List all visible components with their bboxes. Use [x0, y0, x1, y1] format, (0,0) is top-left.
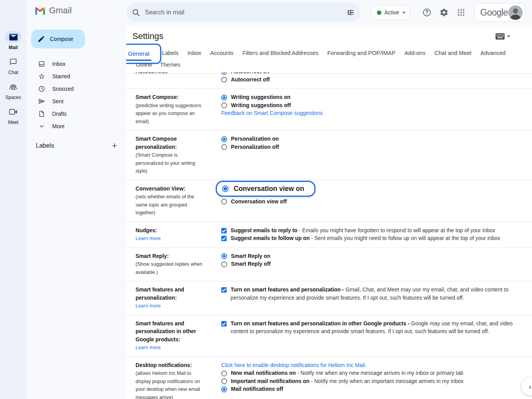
help-icon[interactable]	[421, 7, 432, 18]
sidebar-item-starred[interactable]: Starred	[26, 70, 126, 83]
labels-title: Labels	[36, 142, 54, 149]
radio-icon[interactable]	[221, 378, 227, 384]
smart-features-checkbox-option[interactable]: Turn on smart features and personalizati…	[221, 286, 525, 302]
checkbox-checked-icon[interactable]	[221, 287, 227, 293]
important-mail-notifications-option[interactable]: Important mail notifications on - Notify…	[221, 378, 525, 386]
setting-row-smart-compose-personalization: Smart Compose personalization: (Smart Co…	[126, 131, 532, 180]
search-icon[interactable]	[132, 8, 140, 17]
general-tab-annotation[interactable]: General	[126, 44, 161, 64]
personalization-on-option[interactable]: Personalization on	[221, 135, 525, 143]
sidebar-item-snoozed[interactable]: Snoozed	[26, 83, 126, 95]
google-account-chip[interactable]: Google	[474, 3, 525, 22]
chevron-left-icon: ‹	[529, 382, 532, 391]
nudges-learn-more-link[interactable]: Learn more	[136, 235, 203, 243]
tab-themes[interactable]: Themes	[160, 61, 181, 69]
radio-selected-icon[interactable]	[221, 253, 227, 259]
gmail-logo: Gmail	[34, 5, 72, 16]
search-input[interactable]	[145, 9, 346, 16]
radio-icon[interactable]	[221, 261, 227, 267]
smart-features-other-checkbox-option[interactable]: Turn on smart features and personalizati…	[221, 320, 525, 336]
rail-item-meet[interactable]: Meet	[0, 106, 26, 125]
rail-item-spaces[interactable]: Spaces	[0, 81, 26, 100]
search-options-icon[interactable]	[346, 8, 355, 17]
search-bar[interactable]	[126, 3, 360, 22]
new-mail-notifications-option[interactable]: New mail notifications on - Notify me wh…	[221, 369, 525, 378]
send-icon	[38, 98, 45, 105]
smart-compose-feedback-link[interactable]: Feedback on Smart Compose suggestions	[221, 109, 525, 118]
setting-row-autocorrect: Autocorrect: Autocorrect on Autocorrect …	[126, 72, 532, 89]
smart-reply-off-option[interactable]: Smart Reply off	[221, 260, 525, 268]
settings-scroll-area[interactable]: Autocorrect: Autocorrect on Autocorrect …	[126, 72, 532, 399]
writing-suggestions-on-option[interactable]: Writing suggestions on	[221, 94, 525, 102]
radio-icon[interactable]	[221, 102, 227, 108]
sidebar: Compose Inbox Starred Snoozed Sent Draft…	[26, 25, 126, 399]
left-rail: Mail Chat Spaces Meet	[0, 0, 26, 399]
checkbox-checked-icon[interactable]	[221, 228, 227, 233]
clock-icon	[38, 85, 45, 92]
chat-icon	[5, 56, 21, 68]
settings-gear-icon[interactable]	[439, 7, 449, 18]
tab-inbox[interactable]: Inbox	[187, 49, 201, 57]
tab-labels[interactable]: Labels	[162, 49, 179, 57]
sidebar-item-sent[interactable]: Sent	[26, 95, 126, 108]
meet-video-icon	[5, 106, 21, 118]
autocorrect-on-option[interactable]: Autocorrect on	[221, 72, 525, 76]
radio-icon[interactable]	[221, 144, 227, 150]
checkbox-checked-icon[interactable]	[221, 321, 227, 327]
google-wordmark: Google	[480, 7, 508, 18]
compose-button[interactable]: Compose	[31, 30, 85, 48]
chevron-down-icon	[507, 35, 510, 37]
setting-row-smart-compose: Smart Compose: (predictive writing sugge…	[126, 89, 532, 131]
conversation-view-on-annotation[interactable]: Conversation view on	[216, 181, 315, 197]
gmail-m-icon	[34, 6, 46, 15]
rail-item-chat[interactable]: Chat	[0, 56, 26, 75]
tab-forwarding[interactable]: Forwarding and POP/IMAP	[327, 49, 396, 57]
tab-filters[interactable]: Filters and Blocked Addresses	[242, 49, 319, 57]
radio-selected-icon[interactable]	[221, 95, 227, 101]
star-icon	[38, 73, 45, 80]
radio-selected-icon[interactable]	[221, 72, 227, 75]
smart-features-other-learn-more-link[interactable]: Learn more	[136, 344, 203, 352]
active-status-dot	[377, 11, 381, 15]
sidebar-item-inbox[interactable]: Inbox	[26, 58, 126, 70]
writing-suggestions-off-option[interactable]: Writing suggestions off	[221, 102, 525, 110]
mail-notifications-off-option[interactable]: Mail notifications off	[221, 385, 525, 394]
suggest-followup-checkbox-option[interactable]: Suggest emails to follow up on - Sent em…	[221, 235, 525, 243]
radio-selected-icon[interactable]	[221, 136, 227, 142]
radio-selected-icon[interactable]	[221, 387, 227, 392]
rail-item-mail[interactable]: Mail	[0, 31, 26, 50]
create-label-plus-icon[interactable]: +	[109, 140, 120, 151]
tab-advanced[interactable]: Advanced	[480, 49, 506, 57]
apps-grid-icon[interactable]	[456, 7, 467, 18]
avatar[interactable]	[508, 5, 523, 20]
tab-accounts[interactable]: Accounts	[210, 49, 234, 57]
setting-row-smart-features: Smart features and personalization: Lear…	[126, 281, 532, 315]
input-tools-selector[interactable]	[495, 33, 510, 40]
radio-icon[interactable]	[221, 371, 227, 376]
conversation-view-off-option[interactable]: Conversation view off	[221, 198, 525, 206]
gmail-app: Gmail Active Google	[0, 0, 532, 399]
tab-chat-and-meet[interactable]: Chat and Meet	[434, 49, 472, 57]
keyboard-icon	[495, 33, 505, 40]
inbox-icon	[38, 60, 45, 67]
personalization-off-option[interactable]: Personalization off	[221, 143, 525, 152]
mail-icon	[5, 31, 21, 43]
active-tab-underline	[126, 60, 151, 61]
status-selector[interactable]: Active	[371, 5, 410, 20]
page-title: Settings	[132, 31, 164, 41]
sidebar-item-drafts[interactable]: Drafts	[26, 108, 126, 120]
sidebar-nav: Inbox Starred Snoozed Sent Drafts More	[26, 58, 126, 132]
checkbox-checked-icon[interactable]	[221, 236, 227, 241]
smart-features-learn-more-link[interactable]: Learn more	[136, 302, 203, 310]
autocorrect-off-option[interactable]: Autocorrect off	[221, 76, 525, 84]
smart-reply-on-option[interactable]: Smart Reply on	[221, 252, 525, 261]
radio-selected-icon[interactable]	[222, 185, 229, 192]
labels-section-header: Labels +	[26, 140, 120, 151]
tab-addons[interactable]: Add-ons	[404, 49, 426, 57]
status-label: Active	[384, 9, 399, 16]
suggest-reply-checkbox-option[interactable]: Suggest emails to reply to - Emails you …	[221, 227, 525, 235]
radio-icon[interactable]	[221, 199, 227, 205]
enable-desktop-notifications-link[interactable]: Click here to enable desktop notificatio…	[221, 362, 525, 370]
sidebar-item-more[interactable]: More	[26, 120, 126, 132]
radio-icon[interactable]	[221, 77, 227, 83]
